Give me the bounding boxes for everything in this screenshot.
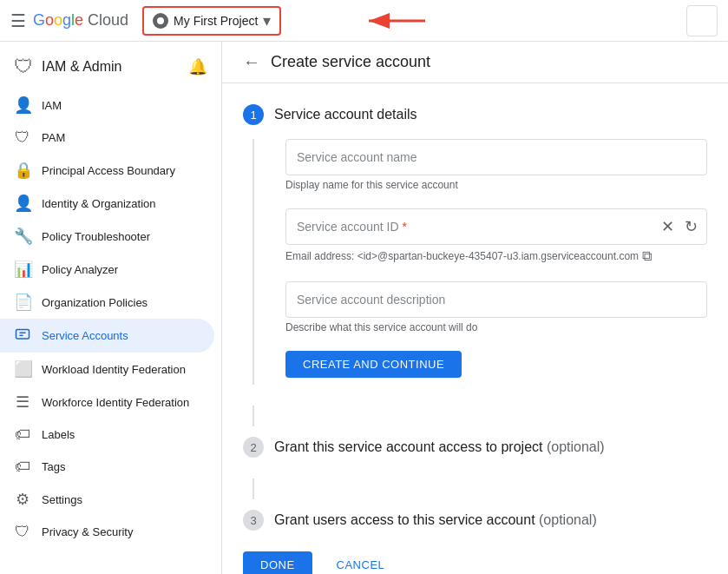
menu-icon[interactable]: ☰ [10,10,26,31]
page-title: Create service account [271,53,430,71]
svg-rect-3 [19,335,23,337]
service-account-description-hint: Describe what this service account will … [285,321,707,333]
svg-rect-2 [19,333,26,334]
service-account-id-field: Service account ID * ✕ ↻ Email [285,208,707,264]
sidebar-title: IAM & Admin [42,59,121,75]
sidebar-item-pam[interactable]: 🛡 PAM [0,122,214,154]
org-icon: 📄 [14,293,31,312]
content-area: 1 Service account details Service accoun… [222,83,728,574]
step-1-header: 1 Service account details [243,104,707,125]
step-3-number: 3 [243,510,264,531]
main-content: ← Create service account 1 Service accou… [222,42,728,574]
step-divider [253,406,254,426]
sidebar-header: 🛡 IAM & Admin 🔔 [0,42,221,89]
sidebar-item-policy-troubleshooter[interactable]: 🔧 Policy Troubleshooter [0,220,214,253]
step-2-title: Grant this service account access to pro… [274,439,605,455]
sidebar-item-principal-access-boundary[interactable]: 🔒 Principal Access Boundary [0,154,214,187]
sidebar-item-policy-analyzer[interactable]: 📊 Policy Analyzer [0,253,214,286]
done-button[interactable]: DONE [243,551,312,574]
arrow-indicator [343,5,430,36]
analyzer-icon: 📊 [14,260,31,279]
layout: 🛡 IAM & Admin 🔔 👤 IAM 🛡 PAM 🔒 Principal … [0,42,728,574]
svg-rect-1 [16,330,30,340]
top-header: ☰ Google Cloud My First Project ▾ [0,0,728,42]
step-1-number: 1 [243,104,264,125]
sidebar-item-workload-identity[interactable]: ⬜ Workload Identity Federation [0,353,214,386]
service-account-name-field: Service account name Display name for th… [285,139,707,191]
sidebar: 🛡 IAM & Admin 🔔 👤 IAM 🛡 PAM 🔒 Principal … [0,42,222,574]
privacy-icon: 🛡 [14,523,31,541]
step-2-optional: (optional) [547,439,605,454]
top-right-box [686,5,718,36]
step-3-header: 3 Grant users access to this service acc… [243,510,707,531]
service-account-name-placeholder: Service account name [297,150,417,164]
step-3-title: Grant users access to this service accou… [274,512,597,528]
sidebar-item-identity-org[interactable]: 👤 Identity & Organization [0,187,214,220]
google-cloud-logo: Google Cloud [33,11,128,30]
sidebar-item-labels[interactable]: 🏷 Labels [0,419,214,451]
service-account-description-placeholder: Service account description [297,293,445,307]
iam-icon: 👤 [14,96,31,115]
step-2-header: 2 Grant this service account access to p… [243,437,707,458]
chevron-down-icon: ▾ [263,11,271,30]
troubleshooter-icon: 🔧 [14,227,31,246]
sidebar-item-org-policies[interactable]: 📄 Organization Policies [0,286,214,319]
sidebar-item-settings[interactable]: ⚙ Settings [0,483,214,516]
workload-icon: ⬜ [14,360,31,379]
service-account-name-hint: Display name for this service account [285,179,707,191]
page-header: ← Create service account [222,42,728,83]
project-dot-icon [153,13,168,29]
sidebar-item-iam[interactable]: 👤 IAM [0,89,214,122]
principal-icon: 🔒 [14,161,31,180]
step-2-number: 2 [243,437,264,458]
settings-icon: ⚙ [14,490,31,509]
step-1-section: 1 Service account details Service accoun… [243,104,707,385]
bottom-actions: DONE CANCEL [243,551,707,574]
step-1-title: Service account details [274,107,417,122]
sidebar-item-privacy-security[interactable]: 🛡 Privacy & Security [0,516,214,548]
service-account-id-placeholder: Service account ID * [297,220,407,234]
step-divider-2 [253,478,254,499]
refresh-id-button[interactable]: ↻ [683,215,699,238]
email-address-line: Email address: <id>@spartan-buckeye-4354… [285,248,707,264]
workforce-icon: ☰ [14,393,31,412]
sidebar-item-workforce-identity[interactable]: ☰ Workforce Identity Federation [0,386,214,419]
sidebar-item-service-accounts[interactable]: Service Accounts [0,319,214,353]
create-and-continue-button[interactable]: CREATE AND CONTINUE [285,351,462,378]
bell-icon[interactable]: 🔔 [188,57,207,76]
tags-icon: 🏷 [14,458,31,476]
cancel-button[interactable]: CANCEL [319,551,403,574]
step-3-optional: (optional) [539,512,597,527]
shield-icon: 🛡 [14,56,33,78]
step-1-content: Service account name Display name for th… [253,139,707,385]
clear-id-button[interactable]: ✕ [659,215,676,238]
service-account-description-field: Service account description Describe wha… [285,281,707,333]
service-accounts-icon [14,326,31,346]
labels-icon: 🏷 [14,426,31,444]
pam-icon: 🛡 [14,129,31,147]
project-selector[interactable]: My First Project ▾ [142,6,281,36]
copy-icon[interactable]: ⧉ [642,248,652,264]
back-arrow-icon[interactable]: ← [243,52,260,72]
project-name: My First Project [174,14,258,28]
step-2-section: 2 Grant this service account access to p… [243,437,707,458]
step-3-section: 3 Grant users access to this service acc… [243,510,707,531]
identity-icon: 👤 [14,194,31,213]
sidebar-item-tags[interactable]: 🏷 Tags [0,451,214,483]
